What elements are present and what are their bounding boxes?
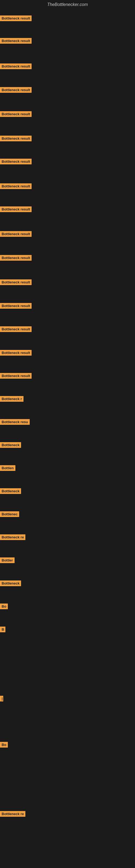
bottleneck-item: Bottleneck result (0, 207, 32, 213)
bottleneck-label: Bottleneck result (0, 159, 32, 164)
bottleneck-item: Bottleneck result (0, 303, 32, 310)
bottleneck-label: Bottleneck result (0, 326, 32, 332)
bottleneck-item: | (0, 696, 3, 703)
bottleneck-item: Bottleneck result (0, 159, 32, 165)
bottleneck-label: Bottlenec (0, 511, 19, 517)
bottleneck-label: | (0, 696, 3, 702)
bottleneck-item: Bottlen (0, 465, 15, 472)
bottleneck-label: Bottleneck result (0, 38, 32, 44)
bottleneck-label: Bo (0, 603, 8, 609)
bottleneck-item: Bo (0, 603, 8, 610)
bottleneck-label: B (0, 627, 5, 632)
bottleneck-label: Bottleneck result (0, 183, 32, 189)
bottleneck-label: Bottleneck result (0, 63, 32, 69)
bottleneck-item: Bottleneck result (0, 16, 32, 22)
bottleneck-item: Bottleneck result (0, 350, 32, 357)
bottleneck-item: Bottleneck re (0, 534, 26, 541)
bottleneck-item: Bottleneck result (0, 373, 32, 380)
bottleneck-item: Bottlenec (0, 511, 19, 518)
bottleneck-label: Bottlen (0, 465, 15, 471)
bottleneck-item: Bottleneck (0, 488, 21, 495)
bottleneck-item: Bottler (0, 557, 14, 564)
bottleneck-label: Bottleneck result (0, 255, 32, 261)
bottleneck-label: Bottleneck (0, 442, 21, 448)
bottleneck-label: Bottler (0, 557, 14, 563)
bottleneck-label: Bottleneck (0, 581, 21, 586)
bottleneck-label: Bottleneck result (0, 373, 32, 379)
bottleneck-label: Bo (0, 742, 8, 748)
site-title: TheBottlenecker.com (0, 0, 135, 9)
bottleneck-label: Bottleneck result (0, 207, 32, 212)
bottleneck-label: Bottleneck result (0, 16, 32, 21)
bottleneck-item: Bottleneck result (0, 183, 32, 190)
bottleneck-item: Bottleneck result (0, 87, 32, 94)
bottleneck-item: Bottleneck result (0, 279, 32, 286)
bottleneck-item: Bottleneck result (0, 255, 32, 262)
bottleneck-label: Bottleneck re (0, 811, 26, 817)
bottleneck-label: Bottleneck result (0, 303, 32, 309)
bottleneck-label: Bottleneck result (0, 111, 32, 117)
bottleneck-label: Bottleneck (0, 488, 21, 494)
bottleneck-label: Bottleneck re (0, 534, 26, 540)
bottleneck-label: Bottleneck r (0, 396, 24, 402)
bottleneck-item: Bottleneck result (0, 63, 32, 70)
bottleneck-item: Bottleneck re (0, 811, 26, 818)
bottleneck-item: Bottleneck result (0, 135, 32, 143)
bottleneck-item: Bo (0, 742, 8, 749)
bottleneck-item: Bottleneck result (0, 111, 32, 118)
bottleneck-item: Bottleneck r (0, 396, 24, 403)
bottleneck-label: Bottleneck resu (0, 419, 30, 425)
bottleneck-item: Bottleneck result (0, 231, 32, 238)
bottleneck-item: B (0, 627, 5, 633)
bottleneck-item: Bottleneck result (0, 326, 32, 333)
bottleneck-item: Bottleneck (0, 442, 21, 449)
bottleneck-label: Bottleneck result (0, 87, 32, 93)
bottleneck-item: Bottleneck (0, 581, 21, 587)
bottleneck-label: Bottleneck result (0, 135, 32, 141)
bottleneck-item: Bottleneck resu (0, 419, 30, 426)
bottleneck-label: Bottleneck result (0, 231, 32, 237)
bottleneck-label: Bottleneck result (0, 350, 32, 355)
bottleneck-item: Bottleneck result (0, 38, 32, 45)
bottleneck-label: Bottleneck result (0, 279, 32, 285)
